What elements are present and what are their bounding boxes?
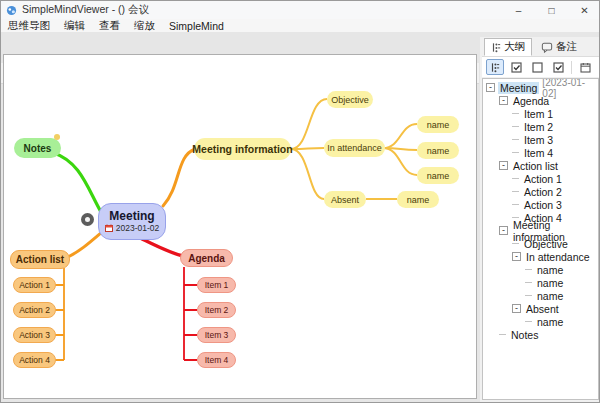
menu-mindmap[interactable]: 思维导图 <box>8 19 50 33</box>
tab-outline[interactable]: 大纲 <box>484 38 532 56</box>
main-area: 90% ▼ <box>1 32 600 403</box>
tree-item-label: In attendance <box>524 251 592 263</box>
node-action[interactable]: Action 4 <box>13 352 56 368</box>
tree-item[interactable]: Item 1 <box>483 107 598 120</box>
node-action[interactable]: Action 3 <box>13 327 56 343</box>
tab-notes[interactable]: 备注 <box>534 38 584 56</box>
tree-connector-line <box>512 126 519 127</box>
show-unchecked-button[interactable] <box>528 59 546 75</box>
outline-tree[interactable]: -Meeting[2023-01-02]-AgendaItem 1Item 2I… <box>482 78 599 400</box>
tree-item[interactable]: Action 1 <box>483 172 598 185</box>
tree-expander-icon[interactable]: - <box>512 252 521 261</box>
node-item[interactable]: Item 1 <box>197 277 236 293</box>
tree-expander-icon[interactable]: - <box>499 161 508 170</box>
tree-connector-line <box>512 113 519 114</box>
tree-item[interactable]: Item 4 <box>483 146 598 159</box>
tree-item-label: Item 3 <box>522 134 555 146</box>
tree-item[interactable]: name <box>483 276 598 289</box>
tree-item[interactable]: name <box>483 289 598 302</box>
tree-item[interactable]: name <box>483 315 598 328</box>
node-name[interactable]: name <box>417 167 459 184</box>
tree-connector-line <box>512 191 519 192</box>
tree-item-label: name <box>535 277 565 289</box>
tree-item[interactable]: -Meeting[2023-01-02] <box>483 81 598 94</box>
node-action[interactable]: Action 2 <box>13 302 56 318</box>
tree-item[interactable]: -Meeting information <box>483 224 598 237</box>
show-checked-button[interactable] <box>507 59 525 75</box>
panel-tabs: 大纲 备注 <box>480 37 600 56</box>
calendar-icon <box>105 224 113 232</box>
tree-item[interactable]: Action 2 <box>483 185 598 198</box>
menu-view[interactable]: 查看 <box>99 19 120 33</box>
tree-expander-icon[interactable]: - <box>499 226 508 235</box>
tree-connector-line <box>512 139 519 140</box>
menu-simplemind[interactable]: SimpleMind <box>169 20 224 32</box>
menu-zoom[interactable]: 缩放 <box>134 19 155 33</box>
tree-expander-icon[interactable]: - <box>499 96 508 105</box>
outline-icon <box>491 42 501 53</box>
title-bar: SimpleMindViewer - () 会议 – □ ✕ <box>1 1 600 19</box>
node-item[interactable]: Item 4 <box>197 352 236 368</box>
tree-item-label: name <box>535 316 565 328</box>
outline-mode-button[interactable] <box>486 59 504 75</box>
collapse-handle-icon[interactable] <box>81 213 94 226</box>
meeting-title: Meeting <box>109 210 154 222</box>
tree-item[interactable]: -In attendance <box>483 250 598 263</box>
checkbox-checked-icon <box>553 62 564 73</box>
tree-connector-line <box>512 204 519 205</box>
tree-item[interactable]: name <box>483 263 598 276</box>
app-icon <box>6 5 17 16</box>
show-dates-button[interactable] <box>576 59 594 75</box>
tree-item[interactable]: Item 3 <box>483 133 598 146</box>
node-action-list[interactable]: Action list <box>10 250 70 269</box>
minimize-button[interactable]: – <box>502 1 535 19</box>
app-window: SimpleMindViewer - () 会议 – □ ✕ 思维导图 编辑 查… <box>0 0 600 403</box>
maximize-button[interactable]: □ <box>535 1 568 19</box>
window-title: SimpleMindViewer - () 会议 <box>22 3 149 17</box>
tree-item-label: name <box>535 290 565 302</box>
tree-connector-line <box>525 321 532 322</box>
node-in-attendance[interactable]: In attendance <box>324 139 385 157</box>
node-meeting[interactable]: Meeting 2023-01-02 <box>98 203 166 240</box>
tab-outline-label: 大纲 <box>504 40 525 54</box>
tree-item[interactable]: Action 3 <box>483 198 598 211</box>
tree-item-label: Agenda <box>511 95 551 107</box>
tree-item[interactable]: -Absent <box>483 302 598 315</box>
node-notes[interactable]: Notes <box>14 138 61 158</box>
tree-item[interactable]: Item 2 <box>483 120 598 133</box>
mindmap-canvas[interactable]: Notes Meeting 2023-01-02 Meeting informa… <box>3 54 477 399</box>
outline-icon <box>490 62 500 73</box>
node-agenda[interactable]: Agenda <box>180 249 233 267</box>
show-all-checkboxes-button[interactable] <box>549 59 567 75</box>
tree-connector-line <box>525 282 532 283</box>
tree-expander-icon[interactable]: - <box>486 83 495 92</box>
tree-item-label: name <box>535 264 565 276</box>
node-absent[interactable]: Absent <box>324 191 366 208</box>
tree-item[interactable]: Notes <box>483 328 598 341</box>
tree-item-label: Item 4 <box>522 147 555 159</box>
tree-item[interactable]: -Action list <box>483 159 598 172</box>
tab-notes-label: 备注 <box>556 40 577 54</box>
node-item[interactable]: Item 3 <box>197 327 236 343</box>
close-button[interactable]: ✕ <box>568 1 600 19</box>
node-item[interactable]: Item 2 <box>197 302 236 318</box>
tree-connector-line <box>512 178 519 179</box>
node-objective[interactable]: Objective <box>327 91 373 108</box>
menu-bar: 思维导图 编辑 查看 缩放 SimpleMind <box>1 19 600 32</box>
node-name[interactable]: name <box>417 116 459 133</box>
menu-edit[interactable]: 编辑 <box>64 19 85 33</box>
tree-expander-icon[interactable]: - <box>512 304 521 313</box>
calendar-icon <box>580 62 591 73</box>
tree-connector-line <box>525 269 532 270</box>
node-meeting-information[interactable]: Meeting information <box>194 138 291 160</box>
node-action[interactable]: Action 1 <box>13 277 56 293</box>
tree-item-label: Item 2 <box>522 121 555 133</box>
node-name[interactable]: name <box>417 142 459 159</box>
tree-connector-line <box>525 295 532 296</box>
tree-connector-line <box>512 243 519 244</box>
checkbox-empty-icon <box>532 62 543 73</box>
note-indicator-dot <box>54 134 60 140</box>
node-name[interactable]: name <box>397 191 439 208</box>
tree-item-label: Action 3 <box>522 199 564 211</box>
tree-item-label: Meeting <box>498 82 539 94</box>
